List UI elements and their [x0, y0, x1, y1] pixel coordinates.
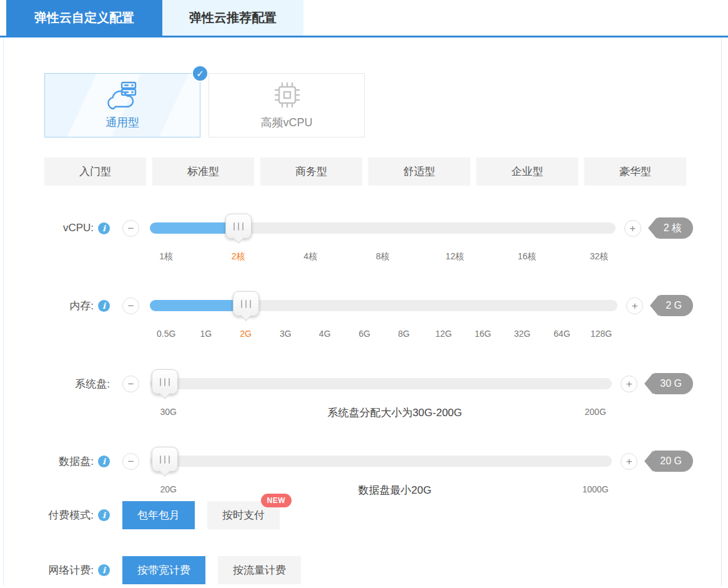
vcpu-label: vCPU: i: [4, 222, 110, 234]
vcpu-tick[interactable]: 1核: [159, 251, 173, 262]
instance-type-label: 通用型: [106, 115, 139, 130]
payment-option-yearly-monthly[interactable]: 包年包月: [122, 501, 195, 529]
memory-tick[interactable]: 1G: [200, 329, 212, 339]
info-icon[interactable]: i: [98, 509, 110, 521]
memory-tick[interactable]: 8G: [398, 329, 410, 339]
memory-tick[interactable]: 128G: [591, 329, 612, 339]
vcpu-track-area: 1核 2核 4核 8核 12核 16核 32核: [150, 222, 616, 234]
system-disk-slider-track[interactable]: [150, 378, 612, 389]
memory-tick[interactable]: 6G: [359, 329, 371, 339]
data-disk-slider-handle[interactable]: [152, 447, 178, 472]
preset-comfort[interactable]: 舒适型: [368, 157, 470, 186]
preset-enterprise[interactable]: 企业型: [476, 157, 578, 186]
vcpu-increase-button[interactable]: +: [624, 220, 641, 237]
vcpu-slider-handle[interactable]: [225, 214, 252, 239]
memory-decrease-button[interactable]: −: [122, 297, 139, 314]
memory-increase-button[interactable]: +: [626, 297, 643, 314]
vcpu-tick[interactable]: 32核: [590, 251, 609, 262]
data-disk-increase-button[interactable]: +: [621, 453, 637, 470]
memory-tick[interactable]: 32G: [514, 329, 530, 339]
vcpu-tick[interactable]: 16核: [518, 251, 536, 262]
vcpu-label-text: vCPU:: [63, 222, 94, 234]
preset-row: 入门型 标准型 商务型 舒适型 企业型 豪华型: [4, 157, 721, 186]
system-disk-increase-button[interactable]: +: [621, 376, 637, 392]
payment-mode-label-text: 付费模式:: [48, 508, 94, 522]
info-icon[interactable]: i: [98, 300, 110, 312]
instance-type-cards: ✓ 通用型 高频vCPU: [4, 73, 721, 137]
memory-value-badge: 2 G: [658, 295, 693, 316]
memory-tick[interactable]: 0.5G: [157, 329, 175, 339]
memory-label-text: 内存:: [69, 299, 94, 313]
network-option-by-bandwidth[interactable]: 按带宽计费: [122, 556, 205, 584]
memory-label: 内存: i: [4, 299, 110, 313]
tab-bar: 弹性云自定义配置 弹性云推荐配置: [0, 0, 728, 37]
vcpu-tick[interactable]: 12核: [446, 251, 465, 262]
memory-slider-fill: [150, 300, 246, 311]
data-disk-slider-track[interactable]: [150, 456, 612, 467]
system-disk-decrease-button[interactable]: −: [122, 376, 139, 392]
vcpu-slider-track[interactable]: [150, 222, 616, 234]
preset-standard[interactable]: 标准型: [152, 157, 254, 186]
memory-slider-handle[interactable]: [233, 291, 259, 316]
memory-slider-track[interactable]: [150, 300, 617, 311]
info-icon[interactable]: i: [98, 222, 110, 234]
vcpu-slider-row: vCPU: i − 1核 2核 4核 8核 12核 16核 32核 + 2 核: [4, 222, 721, 234]
preset-business[interactable]: 商务型: [260, 157, 362, 186]
payment-mode-row: 付费模式: i 包年包月 按时支付 NEW: [4, 501, 721, 529]
memory-track-area: 0.5G 1G 2G 3G 4G 6G 8G 12G 16G 32G 64G 1…: [150, 300, 617, 311]
vcpu-tick-selected[interactable]: 2核: [232, 251, 245, 262]
cpu-chip-icon: [270, 81, 303, 111]
grip-icon: [152, 447, 177, 471]
tab-recommended-config[interactable]: 弹性云推荐配置: [162, 0, 303, 36]
vcpu-value-badge: 2 核: [656, 217, 693, 239]
system-disk-slider-row: 系统盘: − 30G 系统盘分配大小为30G-200G 200G + 30 G: [4, 378, 721, 389]
system-disk-label-text: 系统盘:: [75, 377, 110, 391]
system-disk-track-area: 30G 系统盘分配大小为30G-200G 200G: [150, 378, 612, 389]
system-disk-min-label: 30G: [160, 407, 176, 417]
check-icon: ✓: [192, 65, 209, 82]
new-badge: NEW: [261, 494, 292, 507]
cloud-server-icon: [106, 81, 139, 111]
instance-type-general[interactable]: ✓ 通用型: [44, 73, 200, 137]
payment-mode-label: 付费模式: i: [4, 508, 110, 522]
grip-icon: [152, 370, 177, 394]
data-disk-slider-row: 数据盘: i − 20G 数据盘最小20G 1000G + 20 G: [4, 456, 721, 467]
instance-type-label: 高频vCPU: [260, 115, 312, 130]
payment-option-pay-per-hour[interactable]: 按时支付 NEW: [207, 501, 280, 529]
instance-type-high-freq-vcpu[interactable]: 高频vCPU: [209, 73, 365, 137]
payment-option-label: 按时支付: [222, 509, 265, 521]
network-billing-label: 网络计费: i: [4, 563, 110, 577]
system-disk-value-badge: 30 G: [652, 373, 693, 394]
network-billing-label-text: 网络计费:: [48, 563, 94, 577]
tab-custom-config[interactable]: 弹性云自定义配置: [6, 0, 162, 36]
system-disk-max-label: 200G: [585, 407, 606, 417]
config-panel: ✓ 通用型 高频vCPU: [3, 37, 722, 586]
memory-tick[interactable]: 4G: [319, 329, 331, 339]
data-disk-label-text: 数据盘:: [59, 454, 94, 469]
network-billing-row: 网络计费: i 按带宽计费 按流量计费: [4, 556, 721, 584]
memory-tick[interactable]: 3G: [280, 329, 292, 339]
data-disk-min-label: 20G: [160, 484, 176, 494]
info-icon[interactable]: i: [98, 456, 110, 467]
memory-tick-selected[interactable]: 2G: [240, 329, 252, 339]
info-icon[interactable]: i: [98, 564, 110, 576]
preset-luxury[interactable]: 豪华型: [584, 157, 686, 186]
grip-icon: [226, 214, 251, 238]
vcpu-tick[interactable]: 4核: [303, 251, 317, 262]
data-disk-range-hint: 数据盘最小20G: [358, 483, 431, 497]
data-disk-label: 数据盘: i: [4, 454, 110, 469]
memory-tick[interactable]: 16G: [475, 329, 491, 339]
memory-tick[interactable]: 64G: [554, 329, 570, 339]
system-disk-range-hint: 系统盘分配大小为30G-200G: [328, 406, 462, 420]
grip-icon: [234, 292, 258, 316]
system-disk-label: 系统盘:: [4, 377, 110, 391]
memory-tick[interactable]: 12G: [435, 329, 451, 339]
vcpu-decrease-button[interactable]: −: [122, 220, 139, 237]
preset-entry[interactable]: 入门型: [44, 157, 146, 186]
vcpu-tick[interactable]: 8核: [376, 251, 390, 262]
data-disk-track-area: 20G 数据盘最小20G 1000G: [150, 456, 612, 467]
system-disk-slider-handle[interactable]: [152, 369, 178, 394]
network-option-by-traffic[interactable]: 按流量计费: [218, 556, 301, 584]
data-disk-max-label: 1000G: [583, 484, 609, 494]
data-disk-decrease-button[interactable]: −: [122, 453, 139, 470]
